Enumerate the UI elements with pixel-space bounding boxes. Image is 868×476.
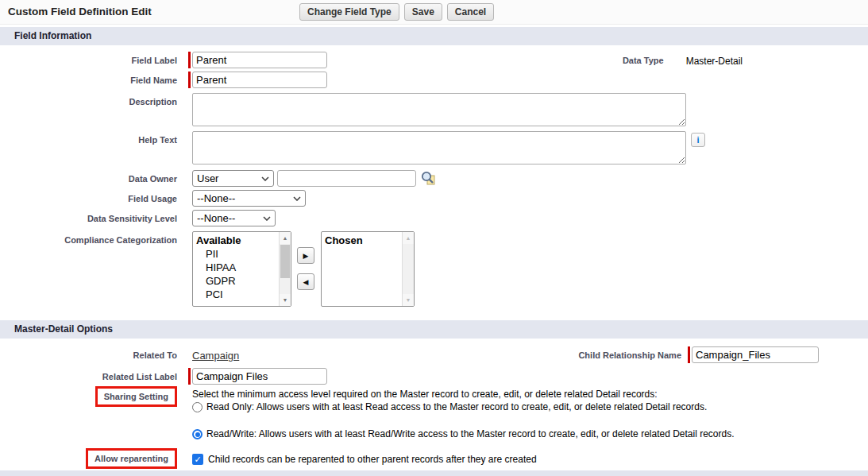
allow-reparenting-checkbox-label: Child records can be reparented to other… <box>208 454 537 465</box>
field-label-row: Field Label Data Type Master-Detail <box>0 52 868 68</box>
change-field-type-button[interactable]: Change Field Type <box>299 3 399 21</box>
lookup-icon <box>420 170 436 186</box>
data-owner-type-select[interactable]: User <box>192 170 274 187</box>
save-button[interactable]: Save <box>404 3 442 21</box>
description-textarea[interactable] <box>192 93 686 126</box>
scroll-down-icon[interactable]: ▼ <box>280 294 291 306</box>
scroll-down-icon[interactable]: ▼ <box>403 294 414 306</box>
data-sensitivity-selected-option: --None-- <box>197 212 235 224</box>
data-owner-row: Data Owner User <box>0 170 868 187</box>
move-to-chosen-button[interactable]: ▶ <box>297 247 314 264</box>
allow-reparenting-label-cell: Allow reparenting <box>0 448 188 469</box>
scrollbar-thumb[interactable] <box>280 245 290 278</box>
related-list-label-row: Related List Label <box>0 368 868 385</box>
move-buttons: ▶ ◀ <box>297 247 314 290</box>
data-type-value: Master-Detail <box>686 52 743 67</box>
required-indicator <box>188 52 191 68</box>
cancel-button[interactable]: Cancel <box>447 3 494 21</box>
read-only-radio-label: Read Only: Allows users with at least Re… <box>206 401 707 413</box>
help-text-label: Help Text <box>0 131 188 145</box>
footer-strip <box>0 470 868 476</box>
page-title: Custom Field Definition Edit <box>8 6 152 17</box>
related-list-label-input[interactable] <box>192 368 327 385</box>
field-usage-select[interactable]: --None-- <box>192 190 306 207</box>
field-usage-selected-option: --None-- <box>197 192 235 204</box>
compliance-categorization-row: Compliance Categorization Available PII … <box>0 231 868 307</box>
arrow-right-icon: ▶ <box>303 252 309 260</box>
allow-reparenting-checkbox[interactable]: ✓ <box>192 454 203 465</box>
field-usage-label: Field Usage <box>0 190 188 203</box>
help-text-row: Help Text i <box>0 131 868 164</box>
compliance-dueling-picklist: Available PII HIPAA GDPR PCI ▲ ▼ ▶ <box>192 231 415 307</box>
sharing-setting-label-cell: Sharing Setting <box>0 386 188 407</box>
read-write-option: Read/Write: Allows users with at least R… <box>192 428 735 440</box>
chosen-listbox[interactable]: Chosen ▲ ▼ <box>321 231 415 307</box>
available-scrollbar[interactable]: ▲ ▼ <box>279 232 291 306</box>
description-label: Description <box>0 93 188 106</box>
data-sensitivity-level-row: Data Sensitivity Level --None-- <box>0 210 868 226</box>
field-name-input[interactable] <box>192 72 327 88</box>
sharing-setting-annotation-box: Sharing Setting <box>95 386 177 407</box>
child-relationship-name-input[interactable] <box>692 346 819 363</box>
chevron-down-icon <box>263 216 271 221</box>
allow-reparenting-label: Allow reparenting <box>95 454 168 463</box>
required-indicator <box>688 346 690 363</box>
field-label-label: Field Label <box>0 52 188 65</box>
sharing-setting-row: Sharing Setting Select the minimum acces… <box>0 386 868 440</box>
related-to-label: Related To <box>0 346 188 360</box>
field-label-input[interactable] <box>192 52 327 68</box>
master-detail-options-section-header: Master-Detail Options <box>0 320 868 339</box>
arrow-left-icon: ◀ <box>303 278 309 286</box>
data-owner-search-input[interactable] <box>277 170 416 187</box>
child-relationship-name-label: Child Relationship Name <box>578 346 681 363</box>
compliance-categorization-label: Compliance Categorization <box>0 231 188 245</box>
data-type-label: Data Type <box>623 52 664 67</box>
help-text-textarea[interactable] <box>192 131 686 164</box>
scroll-up-icon[interactable]: ▲ <box>280 232 291 244</box>
read-only-radio[interactable] <box>192 402 203 412</box>
related-to-row: Related To Campaign Child Relationship N… <box>0 346 868 363</box>
field-information-section: Field Label Data Type Master-Detail Fiel… <box>0 45 868 318</box>
checkmark-icon: ✓ <box>194 455 201 464</box>
list-item[interactable]: HIPAA <box>196 261 278 274</box>
related-to-link[interactable]: Campaign <box>192 346 239 362</box>
data-owner-lookup-button[interactable] <box>419 170 437 187</box>
related-list-label-label: Related List Label <box>0 368 188 381</box>
allow-reparenting-option: ✓ Child records can be reparented to oth… <box>192 448 537 465</box>
sharing-setting-label: Sharing Setting <box>104 392 168 401</box>
field-name-label: Field Name <box>0 72 188 85</box>
chevron-down-icon <box>261 176 269 181</box>
move-to-available-button[interactable]: ◀ <box>297 273 314 290</box>
required-indicator <box>188 72 191 88</box>
help-text-info-button[interactable]: i <box>691 133 705 147</box>
chosen-listbox-header: Chosen <box>325 234 401 247</box>
scroll-up-icon[interactable]: ▲ <box>403 232 414 244</box>
sharing-setting-options: Select the minimum access level required… <box>192 386 735 440</box>
child-relationship-name-group: Child Relationship Name <box>578 346 819 363</box>
description-row: Description <box>0 93 868 126</box>
required-indicator <box>188 368 191 385</box>
header-buttons: Change Field Type Save Cancel <box>299 3 494 21</box>
chosen-scrollbar[interactable]: ▲ ▼ <box>402 232 414 306</box>
allow-reparenting-annotation-box: Allow reparenting <box>86 448 177 469</box>
list-item[interactable]: PII <box>196 247 278 261</box>
chevron-down-icon <box>293 196 301 201</box>
data-sensitivity-level-label: Data Sensitivity Level <box>0 210 188 223</box>
available-listbox[interactable]: Available PII HIPAA GDPR PCI ▲ ▼ <box>192 231 291 307</box>
field-name-row: Field Name <box>0 72 868 88</box>
sharing-setting-intro: Select the minimum access level required… <box>192 389 735 401</box>
data-sensitivity-level-select[interactable]: --None-- <box>192 210 276 226</box>
field-information-section-header: Field Information <box>0 27 868 45</box>
data-owner-label: Data Owner <box>0 170 188 184</box>
read-only-option: Read Only: Allows users with at least Re… <box>192 401 735 413</box>
field-usage-row: Field Usage --None-- <box>0 190 868 207</box>
available-listbox-header: Available <box>196 234 278 247</box>
page-header: Custom Field Definition Edit Change Fiel… <box>0 0 868 25</box>
data-type-group: Data Type Master-Detail <box>623 52 743 67</box>
list-item[interactable]: PCI <box>196 288 278 301</box>
list-item[interactable]: GDPR <box>196 274 278 288</box>
read-write-radio-label: Read/Write: Allows users with at least R… <box>206 428 735 440</box>
allow-reparenting-row: Allow reparenting ✓ Child records can be… <box>0 448 868 469</box>
master-detail-options-section: Related To Campaign Child Relationship N… <box>0 339 868 476</box>
read-write-radio[interactable] <box>192 429 203 439</box>
